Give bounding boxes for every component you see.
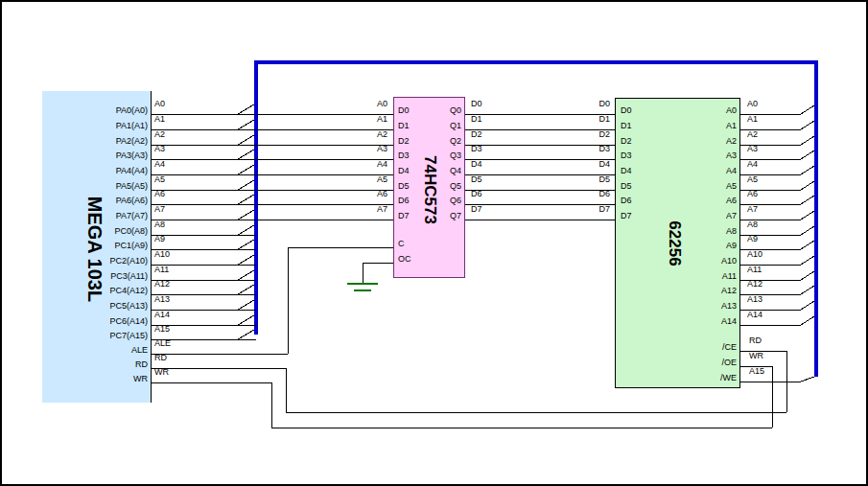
sram-pin-label: /WE [681, 373, 737, 382]
latch-pin-label: Q4 [406, 166, 461, 175]
bus-entry [801, 226, 814, 235]
wire-label: A12 [154, 279, 170, 289]
sram-pin-label: /CE [681, 342, 737, 352]
latch-pin-label: Q3 [406, 150, 461, 160]
latch-pin-label: Q6 [406, 196, 461, 205]
wire-label: A0 [747, 99, 758, 108]
sram-pin-label: A6 [681, 196, 737, 205]
wire-label: D3 [554, 144, 610, 153]
bus-entry [238, 120, 254, 129]
sram-pin-label: A8 [681, 226, 737, 236]
wire-label: A11 [154, 265, 169, 274]
mcu-pin-label: PA2(A2) [92, 136, 148, 146]
wire-label: A0 [154, 99, 165, 108]
wire-label: A5 [154, 174, 165, 184]
sram-pin-label: D0 [621, 105, 632, 115]
bus-entry [801, 301, 814, 310]
wire-label: A14 [747, 310, 762, 319]
mcu-pin-label: PC0(A8) [92, 226, 148, 236]
wire-label: A10 [747, 249, 762, 259]
wire-label: A5 [332, 174, 387, 184]
bus-entry [801, 166, 814, 174]
sram-pin-label: A10 [681, 256, 737, 266]
sram-pin-label: A1 [681, 121, 737, 130]
wire-label: D1 [554, 114, 610, 124]
wire-label: D2 [554, 129, 610, 139]
bus-entry [238, 180, 254, 190]
wire-label: A13 [154, 294, 170, 304]
bus-entry [801, 196, 814, 204]
bus-entry [801, 377, 814, 382]
wire-label: A9 [154, 234, 165, 243]
wire-label: A3 [332, 144, 387, 153]
wire-label: RD [749, 336, 762, 345]
wire-label: A14 [154, 310, 170, 319]
wire-label: D3 [471, 144, 482, 153]
mcu-pin-label: WR [92, 374, 148, 383]
sram-pin-label: A3 [681, 150, 737, 160]
wire-label: A6 [154, 189, 165, 198]
wire-label: A1 [332, 114, 387, 124]
mcu-pin-label: PA0(A0) [92, 105, 148, 115]
bus-entry [238, 300, 254, 310]
bus-entry [801, 181, 814, 190]
wire-label: A6 [747, 189, 758, 198]
bus-entry [238, 240, 254, 249]
bus-entry [238, 285, 254, 294]
mcu-pin-label: PA5(A5) [92, 181, 148, 191]
sram-pin-label: D4 [621, 166, 632, 175]
sram-pin-label: A7 [681, 211, 737, 220]
mcu-pin-label: PC3(A11) [92, 271, 148, 281]
sram-pin-label: A13 [681, 301, 737, 311]
sram-pin-label: /OE [681, 358, 737, 367]
wire-label: A1 [154, 114, 165, 124]
wire-label: A7 [154, 204, 165, 214]
bus-entry [238, 315, 254, 325]
wire-label: A3 [747, 144, 758, 153]
sram-pin-label: A5 [681, 181, 737, 191]
wire-label: A12 [747, 279, 762, 289]
wire-label: D5 [554, 174, 610, 184]
wire-label: D6 [471, 189, 482, 198]
bus-entry [238, 210, 254, 220]
wire-label: A9 [747, 234, 758, 243]
bus-entry [238, 150, 254, 159]
wire-label: D0 [554, 99, 610, 108]
wire-label: A7 [332, 204, 387, 214]
wire-label: A8 [154, 220, 165, 229]
sram-pin-label: D2 [621, 136, 632, 146]
bus-entry [238, 225, 254, 235]
bus-entry [238, 270, 254, 280]
mcu-pin-label: PC7(A15) [92, 331, 148, 340]
sram-pin-label: A11 [681, 271, 737, 281]
bus-entry [801, 241, 814, 249]
wire-label: A5 [747, 174, 758, 184]
latch-pin-label: C [398, 239, 405, 248]
wire-label: A2 [332, 129, 387, 139]
sram-pin-label: A4 [681, 166, 737, 175]
wire-label: A11 [747, 265, 762, 274]
mcu-pin-label: PA7(A7) [92, 211, 148, 220]
bus-entry [238, 165, 254, 174]
wire-label: A6 [332, 189, 387, 198]
mcu-pin-label: PC2(A10) [92, 256, 148, 266]
sram-pin-label: D1 [621, 121, 632, 130]
mcu-pin-label: RD [92, 359, 148, 369]
latch-pin-label: Q1 [406, 121, 461, 130]
latch-pin-label: Q5 [406, 181, 461, 191]
mcu-pin-label: PA3(A3) [92, 150, 148, 160]
wire-label: A15 [749, 366, 764, 376]
wire-label: A2 [154, 129, 165, 139]
wire-label: A2 [747, 129, 758, 139]
wire-label: A7 [747, 204, 758, 214]
wire-label: A1 [747, 114, 758, 124]
bus-entry [801, 271, 814, 280]
sram-pin-label: D7 [621, 211, 632, 220]
bus-entry [238, 135, 254, 145]
bus-entry [801, 121, 814, 129]
sram-pin-label: A2 [681, 136, 737, 146]
sram-pin-label: A14 [681, 316, 737, 326]
mcu-pin-label: PA1(A1) [92, 121, 148, 130]
wire-label: RD [154, 353, 167, 362]
latch-pin-label: OC [398, 254, 411, 264]
